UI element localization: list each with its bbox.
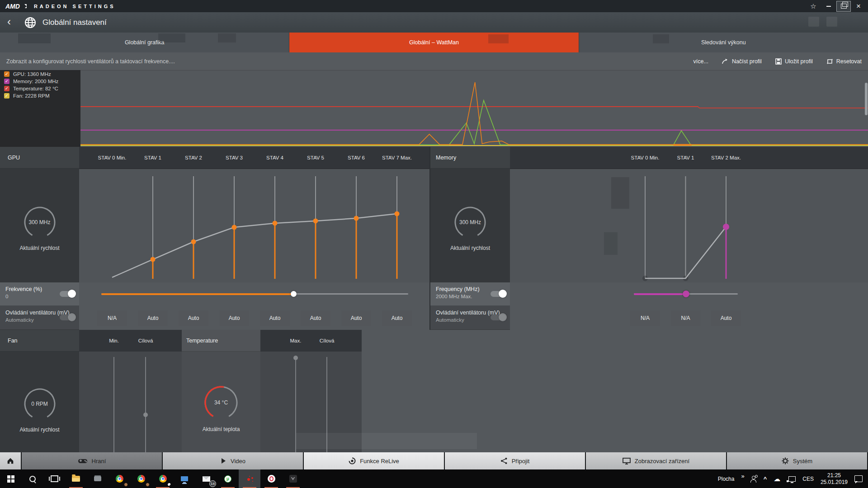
onedrive-cloud-icon[interactable]: ☁ xyxy=(774,475,780,483)
save-profile-button[interactable]: Uložit profil xyxy=(775,58,813,65)
bottom-nav-label: Připojit xyxy=(512,458,530,465)
slider-knob[interactable] xyxy=(683,291,689,297)
legend-checkbox-icon[interactable]: ✓ xyxy=(4,86,9,91)
chrome-soccer-icon[interactable] xyxy=(152,469,174,488)
slider-track[interactable] xyxy=(101,293,408,295)
device-app-icon[interactable] xyxy=(87,469,108,488)
gpu-fan-control-row: Ovládání ventilátoru (mV) Automaticky xyxy=(0,306,79,330)
scrollbar-thumb[interactable] xyxy=(865,83,868,115)
pc-app-icon[interactable] xyxy=(174,469,195,488)
legend-checkbox-icon[interactable]: ✓ xyxy=(4,79,9,84)
network-icon[interactable] xyxy=(788,476,796,482)
memory-frequency-row: Frequency (MHz) 2000 MHz Max. xyxy=(430,282,510,306)
app-title: RADEON SETTINGS xyxy=(34,4,116,9)
fan-current-speed-value: 0 RPM xyxy=(21,385,59,423)
gpu-state-curve[interactable] xyxy=(79,169,430,282)
memory-curve-area xyxy=(510,169,868,282)
restore-button[interactable] xyxy=(836,1,851,12)
fan-header-left-1: Cílová xyxy=(138,330,153,352)
gpu-state-handle-6 xyxy=(354,216,359,221)
memory-current-speed-value: 300 MHz xyxy=(451,203,489,241)
background-ghost xyxy=(604,232,618,255)
memory-state-curve[interactable] xyxy=(510,169,868,282)
back-button[interactable]: ‹ xyxy=(0,15,18,30)
desktop-toolbar-label[interactable]: Plocha xyxy=(718,476,735,482)
bottom-nav-connect[interactable]: Připojit xyxy=(445,452,586,469)
gpu-state-header-7: STAV 7 Max. xyxy=(382,147,412,169)
close-button[interactable]: × xyxy=(851,1,866,12)
language-indicator[interactable]: CES xyxy=(802,476,814,482)
gpu-current-speed-gauge: 300 MHz Aktuální rychlost xyxy=(0,203,79,251)
favorite-star-icon[interactable]: ☆ xyxy=(806,1,821,12)
tab-global-wattman[interactable]: Globální – WattMan xyxy=(289,33,579,52)
file-explorer-icon[interactable] xyxy=(65,469,87,488)
monitor-icon xyxy=(623,458,631,465)
memory-frequency-toggle[interactable] xyxy=(491,291,506,297)
gpu-fan-control-toggle[interactable] xyxy=(60,314,75,320)
bottom-nav-system[interactable]: Systém xyxy=(727,452,868,469)
gpu-state-button-1[interactable]: Auto xyxy=(138,310,168,326)
background-ghost xyxy=(826,17,837,27)
background-ghost xyxy=(158,33,185,42)
gpu-state-button-4[interactable]: Auto xyxy=(260,310,290,326)
task-view-button[interactable] xyxy=(43,469,65,488)
chrome-icon-2[interactable] xyxy=(130,469,152,488)
gpu-state-button-2[interactable]: Auto xyxy=(179,310,208,326)
memory-state-button-0[interactable]: N/A xyxy=(630,310,660,326)
slider-track[interactable] xyxy=(634,293,738,295)
search-button[interactable] xyxy=(22,469,43,488)
gpu-frequency-toggle[interactable] xyxy=(60,291,75,297)
bottom-nav-label: Zobrazovací zařízení xyxy=(635,458,689,465)
memory-state-header-1: STAV 1 xyxy=(677,147,694,169)
hidden-icons-caret[interactable]: ^ xyxy=(764,475,767,482)
bottom-nav-video[interactable]: Video xyxy=(163,452,304,469)
gpu-state-button-0[interactable]: N/A xyxy=(97,310,127,326)
fan-current-speed-gauge: 0 RPM Aktuální rychlost xyxy=(0,385,79,433)
bottom-nav-relive[interactable]: Funkce ReLive xyxy=(304,452,445,469)
start-button[interactable] xyxy=(0,469,22,488)
tab-performance-monitoring[interactable]: Sledování výkonu xyxy=(579,33,868,52)
memory-frequency-slider[interactable] xyxy=(510,282,868,306)
temperature-gauge-caption: Aktuální teplota xyxy=(182,426,260,432)
legend-checkbox-icon[interactable]: ✓ xyxy=(4,93,9,99)
gpu-state-header-2: STAV 2 xyxy=(185,147,202,169)
temperature-header: Temperature xyxy=(182,330,260,352)
slider-knob[interactable] xyxy=(291,291,297,297)
series-temperature xyxy=(80,107,868,108)
legend-checkbox-icon[interactable]: ✓ xyxy=(4,71,9,77)
minimize-button[interactable] xyxy=(821,1,836,12)
background-ghost xyxy=(218,33,236,42)
bottom-nav-label: Funkce ReLive xyxy=(360,458,399,465)
gpu-curve-area xyxy=(79,169,430,282)
chrome-icon[interactable] xyxy=(108,469,130,488)
gpu-frequency-slider[interactable] xyxy=(79,282,430,306)
load-profile-button[interactable]: Načíst profil xyxy=(722,58,762,65)
world-of-tanks-icon[interactable] xyxy=(282,469,304,488)
amd-logo: AMD xyxy=(5,3,20,10)
bottom-nav-display[interactable]: Zobrazovací zařízení xyxy=(586,452,727,469)
action-center-icon[interactable] xyxy=(854,475,863,482)
gpu-state-button-6[interactable]: Auto xyxy=(341,310,371,326)
gpu-section-label: GPU xyxy=(0,147,79,169)
gpu-state-button-5[interactable]: Auto xyxy=(301,310,330,326)
utorrent-icon[interactable]: µ xyxy=(217,469,239,488)
memory-fan-control-toggle[interactable] xyxy=(491,314,506,320)
people-icon[interactable] xyxy=(750,476,757,482)
memory-state-button-1[interactable]: N/A xyxy=(671,310,701,326)
gpu-state-button-3[interactable]: Auto xyxy=(219,310,249,326)
radeon-app-icon[interactable] xyxy=(239,469,260,488)
gpu-state-button-7[interactable]: Auto xyxy=(382,310,412,326)
opera-icon[interactable] xyxy=(260,469,282,488)
bottom-nav-home[interactable] xyxy=(0,452,22,469)
wattman-toolbar: Zobrazit a konfigurovat rychlosti ventil… xyxy=(0,52,868,70)
gpu-gauge-caption: Aktuální rychlost xyxy=(0,245,79,251)
more-button[interactable]: více... xyxy=(693,58,708,65)
reset-button[interactable]: Resetovat xyxy=(826,58,862,65)
gpu-state-buttons: N/AAutoAutoAutoAutoAutoAutoAuto xyxy=(79,306,430,330)
mail-app-icon[interactable]: 14 xyxy=(195,469,217,488)
taskbar-apps: 14µ xyxy=(0,469,304,488)
memory-state-button-2[interactable]: Auto xyxy=(711,310,741,326)
bottom-nav-gaming[interactable]: Hraní xyxy=(22,452,163,469)
clock[interactable]: 21:25 25.01.2019 xyxy=(821,472,848,486)
toolbar-overflow-chevron[interactable]: » xyxy=(741,473,743,479)
